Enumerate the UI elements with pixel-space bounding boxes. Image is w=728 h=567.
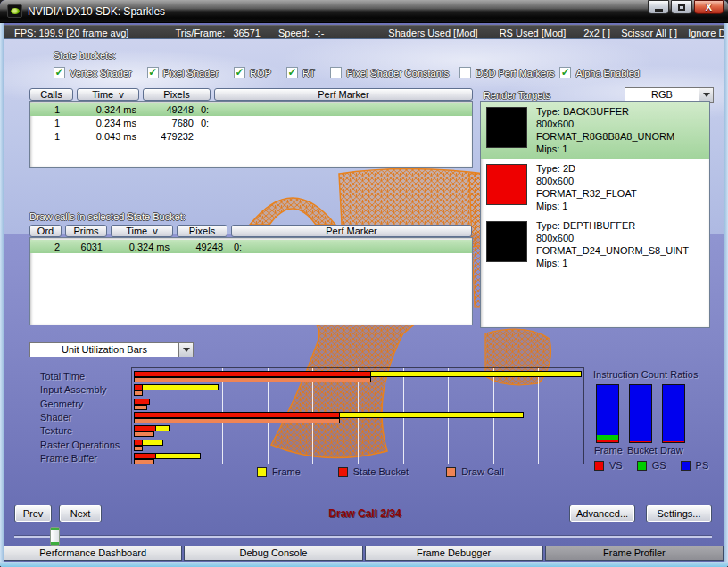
chart-category-label: Texture [40,425,72,436]
stat-fps: FPS: 199.9 [20 frame avg] [14,28,128,38]
render-target-info: Type: DEPTHBUFFER800x600FORMAT_D24_UNORM… [536,219,689,269]
checkbox-icon[interactable]: ✓ [147,67,159,78]
table-cell: 479232 [140,131,194,142]
close-button[interactable]: X [694,0,724,14]
unit-utilization-chart [131,367,584,464]
checkbox-icon[interactable]: ✓ [54,67,65,78]
tab-performance-dashboard[interactable]: Performance Dashboard [4,546,182,561]
legend-swatch [681,461,691,471]
column-header-time-v[interactable]: Time v [111,225,173,237]
legend-item-frame: Frame [257,466,301,477]
app-window: NVIDIA DX10 SDK: Sparkles X FPS: 199.9 [… [0,0,728,567]
checkbox-icon[interactable] [459,67,471,78]
checkbox-label: Vertex Shader [70,68,132,78]
column-header-calls[interactable]: Calls [29,88,73,101]
legend-label: PS [696,460,709,471]
render-target-info-line: Type: DEPTHBUFFER [536,219,689,232]
legend-label: State Bucket [353,466,409,477]
table-cell: 7680 [140,118,194,128]
table-cell: 1 [30,104,74,115]
render-targets-list[interactable]: Type: BACKBUFFER800x600FORMAT_R8G8B8A8_U… [480,101,710,328]
checkbox-rop[interactable]: ✓ROP [234,67,271,78]
window-border-right [724,23,728,567]
column-header-pixels[interactable]: Pixels [143,88,211,101]
checkbox-d3d-perf-markers[interactable]: D3D Perf Markers [459,67,554,78]
frame-slider-track[interactable] [14,535,712,538]
tab-frame-profiler[interactable]: Frame Profiler [545,546,724,561]
bucket-table[interactable]: 10.324 ms492480:10.234 ms76800:10.043 ms… [29,101,473,168]
stat-scissor-all: Scissor All [ ] [621,28,677,38]
checkbox-icon[interactable]: ✓ [559,67,571,78]
column-header-time-v[interactable]: Time v [77,88,139,101]
checkbox-pixel-shader-constants[interactable]: Pixel Shader Constants [330,67,449,78]
drawcall-table-headers: OrdPrimsTime vPixelsPerf Marker [29,225,472,237]
chart-category-label: Raster Operations [40,440,120,450]
checkbox-icon[interactable] [330,67,342,78]
prev-button[interactable]: Prev [14,505,52,522]
legend-swatch [338,467,348,477]
checkbox-pixel-shader[interactable]: ✓Pixel Shader [147,67,219,78]
checkbox-vertex-shader[interactable]: ✓Vertex Shader [54,67,132,78]
stat-tris-frame: Tris/Frame: 36571 [175,28,261,38]
render-target-item[interactable]: Type: BACKBUFFER800x600FORMAT_R8G8B8A8_U… [481,102,709,159]
chart-category-label: Frame Buffer [40,453,97,464]
minimize-button[interactable] [648,0,669,14]
maximize-icon [678,4,685,11]
chart-category-label: Input Assembly [40,384,107,395]
legend-item-vs: VS [594,460,623,471]
column-header-perf-marker[interactable]: Perf Marker [214,88,473,101]
checkbox-icon[interactable]: ✓ [286,67,298,78]
table-cell: 0.324 ms [104,242,170,252]
state-buckets-label: State buckets: [54,50,116,61]
render-target-info-line: FORMAT_R8G8B8A8_UNORM [536,130,674,143]
table-row[interactable]: 10.234 ms76800: [30,116,472,129]
instruction-ratios-title: Instruction Count Ratios [593,369,698,380]
ratio-bar-draw [662,384,685,443]
checkbox-rt[interactable]: ✓RT [286,67,315,78]
table-row[interactable]: 260310.324 ms492480: [30,240,472,253]
frame-slider-thumb[interactable] [50,527,60,546]
table-row[interactable]: 10.324 ms492480: [30,103,472,116]
checkbox-alpha-enabled[interactable]: ✓Alpha Enabled [559,67,640,78]
view-select-combo[interactable]: Unit Utilization Bars [29,342,194,357]
column-header-perf-marker[interactable]: Perf Marker [231,225,472,237]
checkbox-icon[interactable]: ✓ [234,67,245,78]
settings-button[interactable]: Settings... [646,505,712,522]
legend-label: Draw Call [461,466,504,477]
checkbox-label: Pixel Shader [163,68,219,78]
drawcall-table[interactable]: 260310.324 ms492480: [29,237,473,325]
instruction-ratio-categories: FrameBucketDraw [594,445,693,456]
ratio-segment-ps [663,385,684,441]
advanced-button[interactable]: Advanced... [569,505,635,522]
chevron-down-icon[interactable] [179,342,194,357]
chart-row-texture [134,425,582,438]
column-header-pixels[interactable]: Pixels [177,225,228,237]
view-select-value[interactable]: Unit Utilization Bars [29,342,179,357]
window-border-left [0,23,4,567]
chart-category-label: Total Time [40,371,85,382]
next-button[interactable]: Next [59,505,102,522]
column-header-prims[interactable]: Prims [65,225,107,237]
chart-row-raster-operations [134,440,582,452]
bar-draw-call [134,459,154,464]
bar-draw-call [134,418,340,423]
legend-item-gs: GS [637,460,666,471]
bar-state-bucket [134,412,340,418]
table-cell: 0: [223,242,401,252]
table-cell: 0.043 ms [74,131,140,142]
tab-debug-console[interactable]: Debug Console [184,546,362,561]
chart-category-label: Geometry [40,399,83,409]
table-cell: 0: [194,118,372,128]
maximize-button[interactable] [671,0,692,14]
title-bar[interactable]: NVIDIA DX10 SDK: Sparkles [0,0,728,23]
ratio-bar-bucket [629,384,652,443]
render-target-item[interactable]: Type: 2D800x600FORMAT_R32_FLOATMips: 1 [481,159,709,216]
column-header-ord[interactable]: Ord [29,225,62,237]
chart-category-labels: Total TimeInput AssemblyGeometryShaderTe… [40,367,131,467]
table-row[interactable]: 10.043 ms479232 [30,129,472,143]
tab-frame-debugger[interactable]: Frame Debugger [365,546,543,561]
table-cell: 1 [30,118,74,128]
stats-bar: FPS: 199.9 [20 frame avg]Tris/Frame: 365… [4,25,724,40]
render-target-item[interactable]: Type: DEPTHBUFFER800x600FORMAT_D24_UNORM… [481,216,709,273]
checkbox-label: Pixel Shader Constants [346,68,449,78]
